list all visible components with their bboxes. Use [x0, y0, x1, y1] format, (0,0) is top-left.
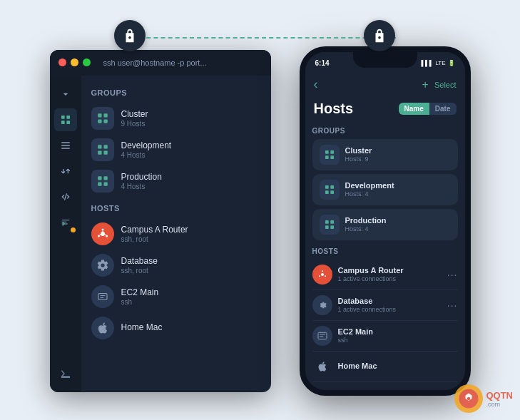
sort-date-button[interactable]: Date — [429, 103, 457, 115]
svg-rect-12 — [103, 145, 107, 148]
sidebar-item-code[interactable] — [54, 185, 77, 208]
svg-point-42 — [319, 275, 320, 277]
mobile-development-text: Development Hosts: 4 — [345, 181, 394, 198]
mac-text: Home Mac — [121, 322, 163, 333]
mobile-campus-name: Campus A Router — [338, 266, 442, 275]
ec2-name: EC2 Main — [121, 287, 159, 297]
mobile-development-name: Development — [345, 181, 394, 190]
lock-icon-left — [114, 20, 146, 51]
cluster-sub: 9 Hosts — [121, 120, 148, 128]
sort-buttons: Name Date — [399, 103, 457, 115]
production-sub: 4 Hosts — [121, 183, 162, 190]
lte-label: LTE — [435, 60, 445, 66]
back-button[interactable]: ‹ — [314, 77, 318, 92]
status-icons: ▌▌▌ LTE 🔋 — [421, 60, 454, 66]
terminal-dot — [71, 227, 76, 232]
sidebar-item-terminal[interactable] — [54, 211, 77, 234]
svg-point-41 — [325, 275, 326, 277]
campus-text: Campus A Router ssh, root — [121, 225, 188, 243]
mobile-database-icon — [312, 295, 332, 315]
mobile-page-title: Hosts — [314, 101, 354, 117]
svg-rect-1 — [66, 116, 70, 119]
mobile-campus-menu[interactable]: ··· — [447, 269, 458, 280]
mobile-host-campus[interactable]: Campus A Router 1 active connections ··· — [312, 260, 458, 290]
sidebar-item-chevron[interactable] — [54, 83, 77, 106]
cluster-text: Cluster 9 Hosts — [121, 109, 148, 128]
add-button[interactable]: + — [422, 78, 429, 91]
connection-line — [125, 37, 396, 39]
mobile-content: Groups Cluster Hosts: 9 Development Host… — [305, 123, 465, 390]
svg-rect-34 — [330, 190, 334, 194]
scene: ssh user@hostname -p port... — [0, 0, 520, 420]
development-name: Development — [121, 140, 172, 150]
mobile-ec2-name: EC2 Main — [338, 327, 458, 336]
svg-rect-5 — [61, 145, 70, 145]
database-text: Database ssh, root — [121, 256, 158, 275]
sidebar-item-grid[interactable] — [54, 108, 77, 131]
dot-yellow — [71, 58, 78, 66]
svg-rect-43 — [318, 332, 327, 339]
sidebar-item-terminal2[interactable] — [54, 362, 77, 385]
titlebar: ssh user@hostname -p port... — [50, 50, 271, 76]
desktop-hosts-label: Hosts — [91, 204, 261, 212]
desktop-group-production[interactable]: Production 4 Hosts — [91, 165, 261, 197]
desktop-group-cluster[interactable]: Cluster 9 Hosts — [91, 103, 261, 134]
desktop-host-database[interactable]: Database ssh, root — [91, 250, 261, 281]
desktop-host-campus[interactable]: Campus A Router ssh, root — [91, 218, 261, 250]
svg-rect-26 — [98, 293, 107, 299]
mobile-group-development[interactable]: Development Hosts: 4 — [312, 174, 458, 205]
production-icon — [91, 170, 114, 193]
development-icon — [91, 138, 114, 161]
ec2-text: EC2 Main ssh — [121, 287, 159, 306]
mobile-database-sub: 1 active connections — [338, 306, 442, 313]
mobile-cluster-icon — [320, 145, 340, 165]
mobile-hosts-label: Hosts — [312, 247, 458, 255]
watermark-sub: .com — [486, 401, 513, 408]
sort-name-button[interactable]: Name — [399, 103, 429, 115]
mobile-group-cluster[interactable]: Cluster Hosts: 9 — [312, 139, 458, 170]
svg-rect-4 — [61, 142, 70, 143]
mobile-host-ec2[interactable]: EC2 Main ssh — [312, 321, 458, 352]
mobile-campus-sub: 1 active connections — [338, 275, 442, 282]
svg-line-25 — [99, 234, 100, 235]
mobile-app: 6:14 ▌▌▌ LTE 🔋 ‹ + Select Hosts Name Dat… — [300, 46, 471, 396]
mobile-mac-text: Home Mac — [338, 362, 458, 371]
desktop-host-ec2[interactable]: EC2 Main ssh — [91, 281, 261, 312]
svg-rect-16 — [103, 176, 107, 180]
campus-icon — [91, 222, 114, 245]
mobile-host-database[interactable]: Database 1 active connections ··· — [312, 290, 458, 321]
mobile-database-menu[interactable]: ··· — [447, 299, 458, 311]
svg-rect-27 — [325, 150, 329, 154]
svg-rect-29 — [325, 155, 329, 159]
desktop-groups-label: Groups — [91, 88, 261, 97]
watermark-text-block: QQTN .com — [486, 390, 513, 408]
svg-point-20 — [101, 228, 103, 230]
production-name: Production — [121, 172, 162, 182]
svg-point-45 — [467, 397, 471, 401]
svg-point-40 — [322, 270, 323, 272]
svg-rect-28 — [330, 150, 334, 154]
mobile-mac-name: Home Mac — [338, 362, 458, 370]
mobile-groups-label: Groups — [312, 127, 458, 135]
mobile-group-production[interactable]: Production Hosts: 4 — [312, 209, 458, 240]
svg-rect-31 — [325, 185, 329, 189]
select-button[interactable]: Select — [434, 81, 457, 89]
mobile-title-row: Hosts Name Date — [305, 98, 465, 123]
desktop-host-mac[interactable]: Home Mac — [91, 312, 261, 344]
desktop-group-development[interactable]: Development 4 Hosts — [91, 134, 261, 165]
sidebar-item-list[interactable] — [54, 134, 77, 157]
sidebar-item-arrows[interactable] — [54, 160, 77, 183]
svg-rect-30 — [330, 155, 334, 159]
desktop-main-content: Groups Cluster 9 Hosts — [81, 76, 271, 392]
ec2-icon — [91, 285, 114, 308]
mobile-nav: ‹ + Select — [305, 72, 465, 98]
dot-green — [83, 58, 91, 66]
mobile-cluster-name: Cluster — [345, 146, 372, 155]
mobile-host-mac[interactable]: Home Mac — [312, 352, 458, 382]
mac-icon — [91, 317, 114, 339]
mobile-database-name: Database — [338, 297, 442, 305]
svg-rect-35 — [325, 220, 329, 224]
database-sub: ssh, root — [121, 267, 158, 275]
mobile-mac-icon — [312, 357, 332, 377]
signal-icon: ▌▌▌ — [421, 60, 433, 66]
